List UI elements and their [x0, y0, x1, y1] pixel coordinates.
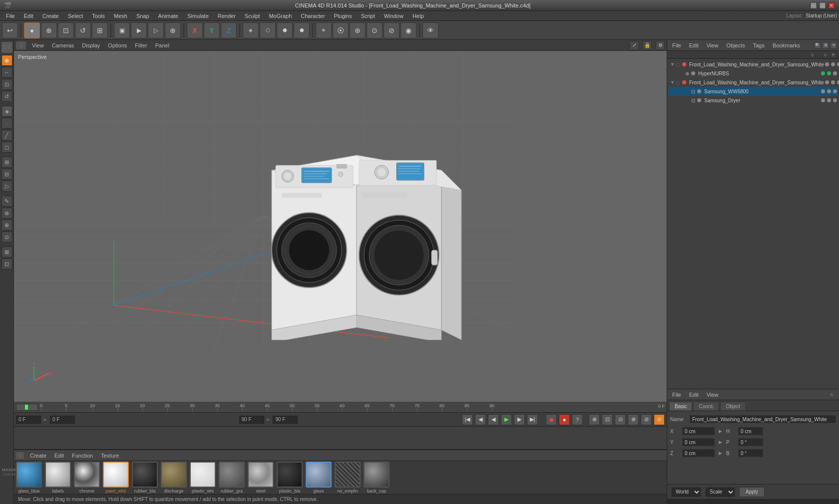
- timeline-ruler[interactable]: 0 5 10 15 20 25 30 35 40 45 50 55 60 65 …: [14, 402, 667, 413]
- select-mesh-button[interactable]: ⬡: [260, 22, 276, 38]
- tool-bp[interactable]: ⊗: [1, 208, 12, 219]
- attr-tab-object[interactable]: Object: [720, 402, 746, 411]
- tool-a-button[interactable]: ⊛: [350, 22, 366, 38]
- material-chrome[interactable]: chrome: [74, 462, 100, 494]
- tree-vis-group[interactable]: [825, 80, 829, 84]
- tool-c-button[interactable]: ⊘: [384, 22, 400, 38]
- tool-b-button[interactable]: ⊙: [367, 22, 383, 38]
- play-back-button[interactable]: ◀: [488, 414, 499, 425]
- render-region-button[interactable]: ▣: [114, 22, 130, 38]
- tool-edge[interactable]: ╱: [1, 130, 12, 141]
- menu-script[interactable]: Script: [357, 12, 379, 20]
- obj-menu-view[interactable]: View: [704, 42, 722, 49]
- key-mode-button[interactable]: ⊕: [589, 414, 600, 425]
- menu-select[interactable]: Select: [64, 12, 87, 20]
- key-pos-button[interactable]: ⊗: [628, 414, 639, 425]
- key-rot-button[interactable]: ⊞: [654, 414, 665, 425]
- search-icon[interactable]: 🔍: [814, 42, 821, 49]
- material-back-cap[interactable]: back_cap: [364, 462, 390, 494]
- tool2-button[interactable]: ⊕: [41, 22, 57, 38]
- attr-x-pos-field[interactable]: [682, 427, 715, 435]
- tree-item-group[interactable]: ▼ ◌ Front_Load_Washing_Machine_and_Dryer…: [668, 78, 838, 87]
- material-steel[interactable]: steel: [248, 462, 274, 494]
- tool3-button[interactable]: ⊡: [58, 22, 74, 38]
- goto-end-button[interactable]: ▶|: [527, 414, 538, 425]
- tree-render-group[interactable]: [837, 80, 839, 84]
- mat-menu-function[interactable]: Function: [70, 452, 95, 459]
- obj-menu-bookmarks[interactable]: Bookmarks: [770, 42, 803, 49]
- anim-record-button[interactable]: ◉: [401, 22, 417, 38]
- attr-p-field[interactable]: [738, 438, 763, 446]
- material-paint-white[interactable]: paint_whit: [103, 462, 129, 494]
- vp-menu-filter[interactable]: Filter: [133, 42, 149, 49]
- tree-lock-washer[interactable]: [827, 89, 831, 93]
- tool-move[interactable]: ↔: [1, 67, 12, 78]
- menu-animate[interactable]: Animate: [154, 12, 182, 20]
- attr-y-pos-field[interactable]: [682, 438, 715, 446]
- material-plastic-black[interactable]: plastic_bla: [277, 462, 303, 494]
- menu-plugins[interactable]: Plugins: [330, 12, 356, 20]
- render-button[interactable]: ▷: [148, 22, 164, 38]
- attr-menu-edit[interactable]: Edit: [686, 391, 702, 398]
- undo-button[interactable]: ↩: [2, 22, 18, 38]
- tool-scene[interactable]: ⊟: [1, 169, 12, 180]
- end-frame-input[interactable]: [239, 416, 264, 424]
- right-panel-scrollbar[interactable]: [667, 499, 839, 504]
- tool-bp2[interactable]: ⊕: [1, 220, 12, 231]
- tree-vis-dryer[interactable]: [821, 98, 825, 102]
- tree-render-washer[interactable]: [833, 89, 837, 93]
- axis-z-button[interactable]: Z: [221, 22, 237, 38]
- menu-sculpt[interactable]: Sculpt: [241, 12, 264, 20]
- menu-mesh[interactable]: Mesh: [110, 12, 131, 20]
- menu-snap[interactable]: Snap: [132, 12, 153, 20]
- maximize-button[interactable]: □: [819, 2, 826, 9]
- tool-render[interactable]: ▷: [1, 181, 12, 192]
- material-glass-blue[interactable]: glass_blue: [16, 462, 42, 494]
- render-vp-button[interactable]: ▶: [131, 22, 147, 38]
- vp-menu-panel[interactable]: Panel: [153, 42, 171, 49]
- coord-system-dropdown[interactable]: World Object Camera: [671, 487, 701, 497]
- key-all-button[interactable]: ⊙: [615, 414, 626, 425]
- vp-menu-options[interactable]: Options: [106, 42, 129, 49]
- current-frame-input[interactable]: [16, 416, 41, 424]
- attr-z-pos-field[interactable]: [682, 449, 715, 457]
- close-button[interactable]: ✕: [828, 2, 835, 9]
- vp-maximize-button[interactable]: ⤢: [630, 41, 639, 50]
- camera-button[interactable]: 👁: [422, 22, 438, 38]
- help-button[interactable]: ?: [572, 414, 583, 425]
- material-glass[interactable]: glass: [306, 462, 332, 494]
- attr-tab-coord[interactable]: Coord.: [693, 402, 719, 411]
- mat-menu-create[interactable]: Create: [28, 452, 48, 459]
- menu-character[interactable]: Character: [297, 12, 329, 20]
- close-icon[interactable]: ✕: [830, 42, 837, 49]
- menu-render[interactable]: Render: [214, 12, 240, 20]
- obj-menu-file[interactable]: File: [669, 42, 684, 49]
- material-discharge[interactable]: discharge: [161, 462, 187, 494]
- frame-offset-input[interactable]: [50, 416, 75, 424]
- tree-vis-root[interactable]: [825, 62, 829, 66]
- tree-render-root[interactable]: [837, 62, 839, 66]
- attr-b-field[interactable]: [738, 449, 763, 457]
- obj-menu-objects[interactable]: Objects: [723, 42, 748, 49]
- material-rubber-black[interactable]: rubber_bla: [132, 462, 158, 494]
- tree-item-root[interactable]: ▼ ◌ Front_Load_Washing_Machine_and_Dryer…: [668, 60, 838, 69]
- tree-vis-hypernurbs[interactable]: [821, 71, 825, 75]
- material-labels[interactable]: labels: [45, 462, 71, 494]
- tool-model[interactable]: ◈: [1, 106, 12, 117]
- mat-menu-texture[interactable]: Texture: [99, 452, 121, 459]
- tree-lock-dryer[interactable]: [827, 98, 831, 102]
- gear-icon[interactable]: ⚙: [822, 42, 829, 49]
- attr-menu-file[interactable]: File: [669, 391, 684, 398]
- tree-item-dryer[interactable]: ▶ ⊡ Samsung_Dryer: [668, 96, 838, 105]
- axis-y-button[interactable]: Y: [204, 22, 220, 38]
- vp-menu-view[interactable]: View: [30, 42, 46, 49]
- vp-menu-cameras[interactable]: Cameras: [50, 42, 76, 49]
- axis-x-button[interactable]: X: [187, 22, 203, 38]
- material-plastic-white[interactable]: plastic_whi: [190, 462, 216, 494]
- tree-lock-group[interactable]: [831, 80, 835, 84]
- tree-item-washer[interactable]: ▶ ⊡ Samsung_WW6800: [668, 87, 838, 96]
- tool-poly[interactable]: ◻: [1, 142, 12, 153]
- tree-vis-washer[interactable]: [821, 89, 825, 93]
- attr-menu-view[interactable]: View: [704, 391, 722, 398]
- material-no-emplin[interactable]: no_emplin: [335, 462, 361, 494]
